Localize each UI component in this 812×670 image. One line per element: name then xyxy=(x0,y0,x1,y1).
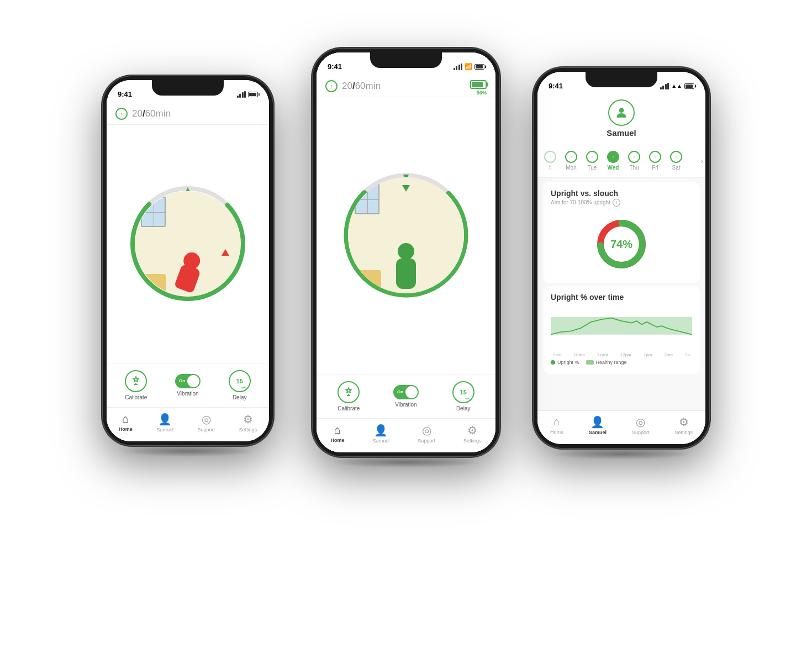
settings-icon-right: ⚙ xyxy=(679,415,689,429)
progress-text-center: 20/60min xyxy=(342,81,381,92)
day-item-thu[interactable]: ↑ Thu xyxy=(624,149,645,173)
home-icon-right: ⌂ xyxy=(553,415,560,428)
nav-support-label-left: Support xyxy=(198,427,215,432)
phone-right-screen: 9:41 ▲▲ xyxy=(537,72,705,444)
delay-control-left[interactable]: 15 sec Delay xyxy=(229,370,251,400)
samuel-icon-right: 👤 xyxy=(590,415,604,429)
line-chart-container-right: 9am 10am 11am 12pm 1pm 2pm 3p xyxy=(551,303,692,367)
nav-support-center[interactable]: ◎ Support xyxy=(418,424,435,444)
plant-center xyxy=(446,274,457,293)
day-label-fri: Fri xyxy=(652,165,658,171)
bottom-nav-right: ⌂ Home 👤 Samuel ◎ Support ⚙ Settings xyxy=(537,410,705,444)
nav-samuel-right[interactable]: 👤 Samuel xyxy=(589,415,607,435)
status-time-right: 9:41 xyxy=(549,82,563,90)
controls-center: Calibrate On Vibration 15 sec xyxy=(317,374,495,419)
calibrate-label-left: Calibrate xyxy=(125,394,147,400)
vibration-toggle-center[interactable]: On xyxy=(393,385,419,399)
notch-left xyxy=(152,80,224,96)
app-left-content: 9:41 ↑ xyxy=(107,80,269,441)
phone-left-screen: 9:41 ↑ xyxy=(107,80,269,441)
bottom-nav-center: ⌂ Home 👤 Samuel ◎ Support ⚙ Settings xyxy=(317,419,495,452)
nav-samuel-left[interactable]: 👤 Samuel xyxy=(156,413,173,432)
upright-over-time-card: Upright % over time 9am 10am xyxy=(543,286,700,374)
day-label-mon: Mon xyxy=(566,165,576,171)
day-label-thu: Thu xyxy=(629,165,639,171)
wifi-icon-center: 📶 xyxy=(465,63,472,70)
status-icons-right: ▲▲ xyxy=(660,83,694,89)
day-chevron-right[interactable]: › xyxy=(700,156,703,165)
calibrate-control-left[interactable]: Calibrate xyxy=(125,370,147,400)
phone-left: 9:41 ↑ xyxy=(102,76,273,446)
calibrate-icon-center xyxy=(338,381,360,403)
day-label-wed: Wed xyxy=(608,165,619,171)
nav-home-right[interactable]: ⌂ Home xyxy=(550,415,563,435)
upright-over-time-title: Upright % over time xyxy=(551,293,692,302)
app-center-content: 9:41 📶 xyxy=(317,52,495,452)
status-icons-center: 📶 xyxy=(454,63,485,70)
signal-icon-left xyxy=(237,91,246,98)
status-time-center: 9:41 xyxy=(328,62,342,71)
day-item-mon[interactable]: ↑ Mon xyxy=(561,149,582,173)
donut-label-right: 74% xyxy=(610,238,632,250)
phones-container: 9:41 ↑ xyxy=(102,31,710,639)
day-label-tue: Tue xyxy=(588,165,597,171)
posture-area-center xyxy=(317,97,495,374)
vibration-toggle-left[interactable]: On xyxy=(175,374,201,388)
toggle-on-label-center: On xyxy=(397,389,403,394)
app-right-content: 9:41 ▲▲ xyxy=(537,72,705,444)
chart-legend-right: Upright % Healthy range xyxy=(551,357,692,365)
upright-vs-slouch-card: Upright vs. slouch Aim for 70-100% uprig… xyxy=(543,182,700,283)
battery-icon-right xyxy=(684,83,694,89)
vibration-control-center[interactable]: On Vibration xyxy=(393,385,419,408)
chart-x-labels: 9am 10am 11am 12pm 1pm 2pm 3p xyxy=(551,352,692,357)
slouch-indicator-left xyxy=(222,249,229,256)
nav-home-left[interactable]: ⌂ Home xyxy=(119,413,133,432)
nav-settings-center[interactable]: ⚙ Settings xyxy=(463,424,482,444)
battery-pct-center: 90% xyxy=(477,90,487,96)
nav-home-center[interactable]: ⌂ Home xyxy=(331,424,345,443)
delay-icon-left: 15 sec xyxy=(229,370,251,392)
nav-settings-label-right: Settings xyxy=(674,430,693,435)
wifi-icon-right: ▲▲ xyxy=(671,83,682,89)
line-chart-svg xyxy=(551,305,692,349)
progress-icon-center: ↑ xyxy=(325,80,338,92)
delay-label-left: Delay xyxy=(233,394,247,400)
support-icon-right: ◎ xyxy=(636,415,645,429)
nav-support-label-center: Support xyxy=(418,438,435,444)
settings-icon-left: ⚙ xyxy=(243,413,253,426)
day-item-wed[interactable]: ↑ Wed xyxy=(603,149,624,173)
status-icons-left xyxy=(237,91,259,98)
posture-circle-left xyxy=(127,183,249,304)
status-time-left: 9:41 xyxy=(118,90,132,98)
calibrate-icon-left xyxy=(125,370,147,392)
vibration-control-left[interactable]: On Vibration xyxy=(175,374,201,397)
nav-support-right[interactable]: ◎ Support xyxy=(632,415,650,435)
calibrate-control-center[interactable]: Calibrate xyxy=(338,381,360,412)
day-item-sat[interactable]: ↑ Sat xyxy=(666,149,687,173)
delay-control-center[interactable]: 15 sec Delay xyxy=(452,381,474,412)
nav-home-label-left: Home xyxy=(119,426,133,432)
person-area-left xyxy=(135,191,240,296)
info-icon-right[interactable]: i xyxy=(613,199,620,207)
toggle-on-label-left: On xyxy=(179,378,185,383)
day-item-tue[interactable]: ↑ Tue xyxy=(582,149,603,173)
notch-right xyxy=(586,72,657,87)
nav-samuel-center[interactable]: 👤 Samuel xyxy=(373,424,390,444)
day-item-fri[interactable]: ↑ Fri xyxy=(645,149,666,173)
nav-samuel-label-left: Samuel xyxy=(156,427,173,432)
profile-name-right: Samuel xyxy=(607,128,636,138)
nav-settings-right[interactable]: ⚙ Settings xyxy=(674,415,693,435)
nav-settings-label-left: Settings xyxy=(239,427,257,432)
signal-icon-center xyxy=(454,64,463,70)
home-icon-left: ⌂ xyxy=(122,413,129,425)
nav-home-label-right: Home xyxy=(550,429,563,435)
svg-point-15 xyxy=(619,108,624,113)
nav-settings-left[interactable]: ⚙ Settings xyxy=(239,413,257,432)
nav-support-left[interactable]: ◎ Support xyxy=(198,413,215,432)
home-icon-center: ⌂ xyxy=(334,424,341,436)
day-item-sun[interactable]: ↑ h xyxy=(540,149,561,173)
nav-home-label-center: Home xyxy=(331,437,345,443)
vibration-label-center: Vibration xyxy=(395,402,416,408)
notch-center xyxy=(370,52,442,68)
dresser-left xyxy=(138,274,166,296)
